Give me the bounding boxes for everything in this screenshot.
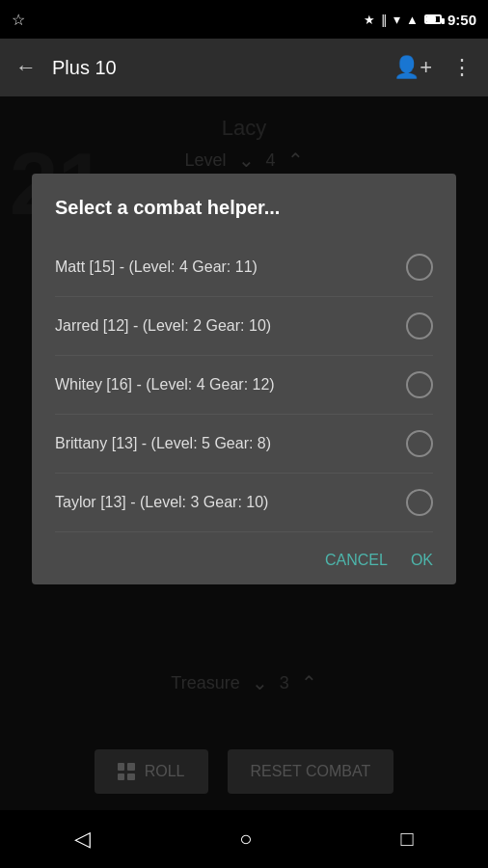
app-bar-right: 👤+ ⋮ <box>393 55 473 80</box>
status-bar-left: ☆ <box>12 11 29 29</box>
main-content: 21 Lacy Level ⌄ 4 ⌃ Select a combat help… <box>0 96 488 810</box>
list-item[interactable]: Taylor [13] - (Level: 3 Gear: 10) <box>55 474 433 532</box>
list-item[interactable]: Jarred [12] - (Level: 2 Gear: 10) <box>55 297 433 356</box>
combat-helper-dialog: Select a combat helper... Matt [15] - (L… <box>32 174 456 584</box>
add-person-icon[interactable]: 👤+ <box>393 55 432 80</box>
dialog-overlay: Select a combat helper... Matt [15] - (L… <box>0 96 488 810</box>
app-bar: ← Plus 10 👤+ ⋮ <box>0 39 488 96</box>
radio-button-taylor[interactable] <box>406 489 433 516</box>
bluetooth-icon: ★ <box>364 13 375 27</box>
wifi-icon: ▾ <box>393 12 400 27</box>
dialog-title: Select a combat helper... <box>55 197 433 219</box>
helper-option-taylor: Taylor [13] - (Level: 3 Gear: 10) <box>55 494 406 511</box>
list-item[interactable]: Whitey [16] - (Level: 4 Gear: 12) <box>55 356 433 415</box>
nav-bar: ◁ ○ □ <box>0 810 488 868</box>
ok-button[interactable]: OK <box>411 552 433 569</box>
radio-button-jarred[interactable] <box>406 312 433 339</box>
helper-option-whitey: Whitey [16] - (Level: 4 Gear: 12) <box>55 376 406 393</box>
radio-button-matt[interactable] <box>406 254 433 281</box>
status-time: 9:50 <box>447 12 476 28</box>
helper-option-matt: Matt [15] - (Level: 4 Gear: 11) <box>55 258 406 276</box>
cancel-button[interactable]: CANCEL <box>325 552 388 569</box>
signal-icon: ▲ <box>406 13 419 27</box>
back-button[interactable]: ← <box>15 55 37 80</box>
back-nav-icon[interactable]: ◁ <box>74 827 91 852</box>
helper-option-jarred: Jarred [12] - (Level: 2 Gear: 10) <box>55 317 406 335</box>
radio-button-brittany[interactable] <box>406 430 433 457</box>
list-item[interactable]: Matt [15] - (Level: 4 Gear: 11) <box>55 238 433 297</box>
radio-button-whitey[interactable] <box>406 371 433 398</box>
more-options-icon[interactable]: ⋮ <box>451 55 473 80</box>
dialog-actions: CANCEL OK <box>55 552 433 569</box>
helper-option-brittany: Brittany [13] - (Level: 5 Gear: 8) <box>55 435 406 452</box>
status-bar-right: ★ ‖ ▾ ▲ 9:50 <box>364 12 476 28</box>
app-bar-title: Plus 10 <box>52 57 117 79</box>
list-item[interactable]: Brittany [13] - (Level: 5 Gear: 8) <box>55 415 433 474</box>
status-bar: ☆ ★ ‖ ▾ ▲ 9:50 <box>0 0 488 39</box>
home-nav-icon[interactable]: ○ <box>239 827 252 852</box>
battery-icon <box>424 14 442 24</box>
recents-nav-icon[interactable]: □ <box>401 827 414 852</box>
app-icon: ☆ <box>12 11 25 29</box>
vibrate-icon: ‖ <box>381 13 388 27</box>
app-bar-left: ← Plus 10 <box>15 55 117 80</box>
